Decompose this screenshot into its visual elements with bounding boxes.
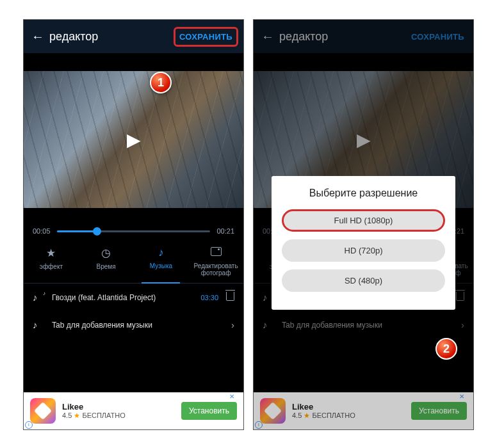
chevron-right-icon: › xyxy=(231,319,234,330)
screenshot-1: ← редактор СОХРАНИТЬ 1 ▶ 00:05 00:21 ★эф… xyxy=(23,19,244,430)
app-header: ← редактор СОХРАНИТЬ xyxy=(24,20,243,53)
image-icon xyxy=(190,246,242,259)
option-hd[interactable]: HD (720p) xyxy=(282,239,445,262)
seek-track[interactable] xyxy=(57,230,211,232)
back-button: ← xyxy=(259,29,277,44)
note-icon: ♪ xyxy=(33,292,47,303)
dialog-title: Выберите разрешение xyxy=(282,188,445,199)
note-icon: ♪ xyxy=(33,319,47,330)
callout-marker-2: 2 xyxy=(435,338,457,360)
time-current: 00:05 xyxy=(33,227,51,235)
seek-thumb[interactable] xyxy=(93,227,101,236)
ad-close-icon[interactable]: ✕ xyxy=(229,393,234,400)
clock-icon: ◷ xyxy=(80,246,133,260)
save-button: СОХРАНИТЬ xyxy=(407,29,468,45)
track-duration: 03:30 xyxy=(200,294,218,301)
add-music-label: Tab для добавления музыки xyxy=(52,321,231,330)
tab-music[interactable]: ♪Музыка xyxy=(134,241,189,283)
ad-title: Likee xyxy=(62,402,181,412)
save-button[interactable]: СОХРАНИТЬ xyxy=(174,27,238,47)
screenshot-2: ← редактор СОХРАНИТЬ ▶ 00:05 00:21 ★эффе… xyxy=(253,19,474,430)
star-icon: ★ xyxy=(74,412,80,419)
tab-photo[interactable]: Редактировать фотограф xyxy=(188,241,243,283)
back-button[interactable]: ← xyxy=(29,29,47,44)
ad-banner[interactable]: i ✕ Likee 4.5 ★ БЕСПЛАТНО Установить xyxy=(24,392,243,429)
option-fullhd[interactable]: Full HD (1080p) xyxy=(282,209,445,232)
play-icon: ▶ xyxy=(357,129,371,150)
ad-rating: 4.5 ★ БЕСПЛАТНО xyxy=(62,412,181,420)
option-sd[interactable]: SD (480p) xyxy=(282,269,445,292)
add-music-row[interactable]: ♪ Tab для добавления музыки › xyxy=(24,311,243,339)
ad-banner: i✕ Likee4.5 ★ БЕСПЛАТНО Установить xyxy=(254,392,473,429)
ad-install-button[interactable]: Установить xyxy=(181,402,237,420)
delete-icon[interactable] xyxy=(226,292,234,303)
timeline[interactable]: 00:05 00:21 xyxy=(24,227,243,235)
play-icon[interactable]: ▶ xyxy=(127,129,141,150)
ad-app-icon xyxy=(30,398,56,424)
editor-tabs: ★эффект ◷Время ♪Музыка Редактировать фот… xyxy=(24,241,243,284)
video-preview[interactable]: ▶ xyxy=(24,71,243,208)
track-name: Гвозди (feat. Atlantida Project) xyxy=(52,293,200,302)
add-music-row: ♪Tab для добавления музыки› xyxy=(254,311,473,339)
tab-effect[interactable]: ★эффект xyxy=(24,241,79,283)
app-header: ← редактор СОХРАНИТЬ xyxy=(254,20,473,53)
music-icon: ♪ xyxy=(135,246,188,259)
page-title: редактор xyxy=(49,30,174,44)
time-total: 00:21 xyxy=(216,227,234,235)
track-row[interactable]: ♪ Гвозди (feat. Atlantida Project) 03:30 xyxy=(24,284,243,311)
callout-marker-1: 1 xyxy=(150,72,172,93)
resolution-dialog: 2 Выберите разрешение Full HD (1080p) HD… xyxy=(272,176,455,310)
page-title: редактор xyxy=(279,30,407,44)
tab-time[interactable]: ◷Время xyxy=(79,241,134,283)
star-icon: ★ xyxy=(25,246,77,260)
